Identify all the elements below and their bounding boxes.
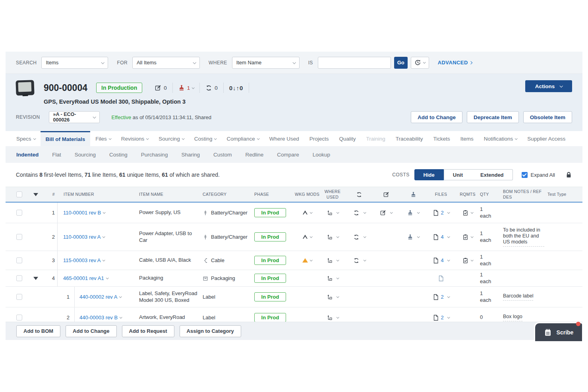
assign-to-category-button[interactable]: Assign to Category [180, 325, 241, 337]
search-input[interactable] [318, 57, 391, 69]
col-num[interactable]: # [45, 192, 57, 197]
tab-tickets[interactable]: Tickets [428, 131, 455, 146]
files-cell[interactable]: 2 [427, 315, 455, 321]
costs-unit-button[interactable]: Unit [444, 169, 472, 180]
item-number-link[interactable]: 440-00002 rev A [79, 294, 121, 300]
edit-box-icon[interactable] [383, 191, 389, 197]
tab-files[interactable]: Files [90, 131, 116, 146]
tab-sourcing[interactable]: Sourcing [153, 131, 189, 146]
item-number-link[interactable]: 465-00001 rev A1 [63, 275, 108, 281]
rqmts-cell[interactable] [455, 210, 480, 216]
approvals-cell[interactable] [400, 234, 427, 240]
files-cell[interactable]: 2 [427, 294, 455, 300]
expand-all-checkbox[interactable] [522, 172, 528, 178]
tab-notifications[interactable]: Notifications [479, 131, 522, 146]
col-rqmts[interactable]: RQMTS [455, 192, 480, 197]
files-cell[interactable]: 4 [427, 234, 455, 240]
scribe-widget[interactable]: Scribe [535, 323, 582, 341]
bom-notes-cell[interactable]: Box logo [503, 314, 547, 321]
col-qty[interactable]: QTY [480, 192, 503, 197]
files-cell[interactable]: 4 [427, 257, 455, 264]
where-used-cell[interactable] [319, 294, 346, 300]
bom-notes-cell[interactable]: Barcode label [503, 293, 547, 301]
rqmts-cell[interactable] [455, 234, 480, 240]
subtab-custom[interactable]: Custom [213, 152, 232, 158]
tab-bill-of-materials[interactable]: Bill of Materials [41, 131, 91, 146]
approvals-cell[interactable] [400, 210, 427, 216]
files-cell[interactable] [427, 275, 455, 282]
subtab-sharing[interactable]: Sharing [181, 152, 200, 158]
subtab-costing[interactable]: Costing [109, 152, 128, 158]
go-button[interactable]: Go [394, 57, 408, 69]
item-thumbnail[interactable] [15, 80, 34, 96]
tab-traceability[interactable]: Traceability [391, 131, 428, 146]
tab-costing[interactable]: Costing [189, 131, 222, 146]
col-test-type[interactable]: Test Type [547, 192, 582, 197]
collapse-row-icon[interactable] [33, 277, 38, 280]
revision-select[interactable]: »A - ECO-000026 [49, 111, 100, 123]
row-checkbox[interactable] [16, 234, 22, 240]
search-for-select[interactable]: All Items [132, 57, 200, 69]
advanced-link[interactable]: ADVANCED [438, 60, 472, 66]
bom-notes-cell[interactable]: To be included in both the EU and US mod… [503, 227, 547, 247]
col-item-name[interactable]: ITEM NAME [139, 192, 203, 197]
col-phase[interactable]: PHASE [254, 192, 295, 197]
actions-button[interactable]: Actions [525, 80, 572, 92]
add-to-change-button[interactable]: Add to Change [411, 111, 462, 123]
col-wkg-mods[interactable]: WKG MODS [295, 192, 319, 197]
collapse-all-icon[interactable] [33, 193, 38, 196]
where-used-cell[interactable] [319, 210, 346, 216]
rqmts-cell[interactable] [455, 257, 480, 264]
search-history-button[interactable] [411, 57, 429, 69]
cycle-icon[interactable] [356, 191, 362, 198]
add-to-change-footer-button[interactable]: Add to Change [66, 325, 116, 337]
row-checkbox[interactable] [16, 294, 22, 300]
where-used-cell[interactable] [319, 257, 346, 263]
subtab-lookup[interactable]: Lookup [313, 152, 330, 158]
tab-compliance[interactable]: Compliance [221, 131, 264, 146]
subtab-indented[interactable]: Indented [16, 152, 39, 158]
item-number-link[interactable]: 110-00003 rev A [63, 234, 104, 240]
col-bom-notes[interactable]: BOM NOTES / REF DES [503, 189, 547, 199]
deprecate-item-button[interactable]: Deprecate Item [467, 111, 519, 123]
tab-revisions[interactable]: Revisions [116, 131, 154, 146]
row-checkbox[interactable] [16, 275, 22, 281]
obsolete-item-button[interactable]: Obsolete Item [523, 111, 572, 123]
search-scope-select[interactable]: Items [41, 57, 108, 69]
redlines-cell[interactable] [373, 210, 400, 216]
change-indicator[interactable]: 0 [200, 85, 223, 91]
add-to-request-button[interactable]: Add to Request [122, 325, 174, 337]
subtab-redline[interactable]: Redline [245, 152, 263, 158]
tab-items[interactable]: Items [455, 131, 479, 146]
add-to-bom-button[interactable]: Add to BOM [16, 325, 60, 337]
col-category[interactable]: CATEGORY [203, 192, 254, 197]
costs-hide-button[interactable]: Hide [414, 169, 444, 180]
tab-projects[interactable]: Projects [304, 131, 334, 146]
item-number-link[interactable]: 110-00001 rev B [63, 210, 105, 216]
select-all-checkbox[interactable] [16, 191, 22, 197]
where-used-cell[interactable] [319, 315, 346, 321]
tab-supplier-access[interactable]: Supplier Access [522, 131, 571, 146]
item-number-link[interactable]: 115-00003 rev A [63, 257, 104, 263]
where-used-cell[interactable] [319, 234, 346, 240]
row-checkbox[interactable] [16, 315, 22, 321]
wkg-mods-cell[interactable] [295, 258, 319, 263]
subtab-flat[interactable]: Flat [52, 152, 61, 158]
changes-cell[interactable] [346, 234, 373, 240]
subtab-sourcing[interactable]: Sourcing [75, 152, 96, 158]
inout-indicator[interactable]: 0↓↑0 [224, 85, 249, 91]
changes-cell[interactable] [346, 210, 373, 216]
subtab-purchasing[interactable]: Purchasing [141, 152, 168, 158]
item-number-link[interactable]: 440-00003 rev B [79, 315, 122, 321]
approval-indicator[interactable]: 1 [173, 85, 200, 91]
costs-extended-button[interactable]: Extended [472, 169, 513, 180]
tab-specs[interactable]: Specs [11, 131, 41, 146]
row-checkbox[interactable] [16, 257, 22, 263]
col-files[interactable]: FILES [427, 192, 455, 197]
col-item-number[interactable]: ITEM NUMBER [57, 192, 139, 197]
changes-cell[interactable] [346, 257, 373, 264]
col-where-used[interactable]: WHERE USED [319, 189, 346, 199]
tab-quality[interactable]: Quality [334, 131, 361, 146]
stamp-icon[interactable] [410, 191, 416, 197]
wkg-mods-cell[interactable] [295, 235, 319, 239]
